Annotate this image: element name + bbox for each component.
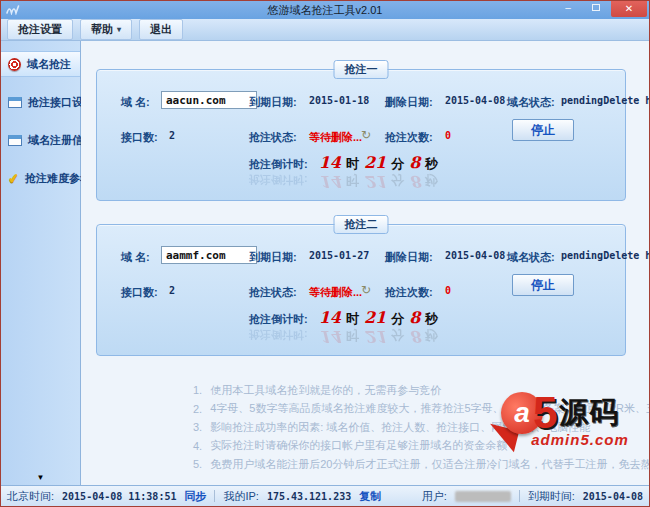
hand-pointer-icon: ✔ bbox=[7, 171, 20, 185]
sidebar: 域名抢注 抢注接口设置 域名注册信息 ✔ 抢注难度参考 ▼ bbox=[1, 41, 81, 485]
countdown-seconds: 8 bbox=[409, 308, 420, 327]
countdown-hours-unit: 时 bbox=[346, 310, 359, 328]
expiry-date-label: 到期日期: bbox=[249, 250, 297, 265]
copy-link[interactable]: 复制 bbox=[359, 489, 381, 504]
countdown-label: 抢注倒计时: bbox=[249, 157, 308, 172]
target-icon bbox=[8, 58, 21, 71]
beijing-time-value: 2015-04-08 11:38:51 bbox=[62, 491, 176, 502]
minimize-button[interactable]: – bbox=[555, 1, 581, 16]
panel-legend: 抢注一 bbox=[334, 60, 389, 79]
sync-link[interactable]: 同步 bbox=[184, 489, 206, 504]
menu-item-settings[interactable]: 抢注设置 bbox=[7, 19, 73, 40]
countdown-reflection: 抢注倒计时: 14 时 21 分 8 秒 bbox=[249, 171, 438, 191]
countdown-row: 抢注倒计时: 14 时 21 分 8 秒 bbox=[249, 308, 438, 328]
note-number: 4. bbox=[193, 440, 202, 452]
note-number: 5. bbox=[193, 458, 202, 470]
menu-item-help-label: 帮助 bbox=[91, 22, 113, 37]
countdown-seconds-unit: 秒 bbox=[425, 155, 438, 173]
sidebar-item-interface-settings[interactable]: 抢注接口设置 bbox=[1, 89, 80, 115]
countdown-hours: 14 bbox=[319, 308, 341, 327]
delete-date-label: 删除日期: bbox=[385, 95, 433, 110]
countdown-seconds-unit: 秒 bbox=[425, 310, 438, 328]
refresh-icon: ↻ bbox=[361, 283, 371, 297]
sidebar-item-domain-grab[interactable]: 域名抢注 bbox=[1, 51, 80, 77]
domain-label: 域 名: bbox=[121, 95, 150, 110]
window-title: 悠游域名抢注工具v2.01 bbox=[1, 3, 649, 18]
refresh-icon: ↻ bbox=[361, 128, 371, 142]
main-content: 抢注一 域 名: 到期日期: 2015-01-18 删除日期: 2015-04-… bbox=[81, 41, 649, 485]
delete-date-value: 2015-04-08 bbox=[445, 95, 505, 106]
attempt-count-label: 抢注次数: bbox=[385, 285, 433, 300]
note-number: 1. bbox=[193, 384, 202, 396]
domain-status-value: pendingDelete htt bbox=[561, 250, 649, 261]
sidebar-item-registration-info[interactable]: 域名注册信息 bbox=[1, 127, 80, 153]
grab-status-value: 等待删除... bbox=[309, 285, 362, 300]
countdown-hours: 14 bbox=[319, 153, 341, 172]
grab-status-label: 抢注状态: bbox=[249, 130, 297, 145]
domain-input[interactable] bbox=[161, 91, 257, 109]
window-controls: – ✕ bbox=[555, 1, 647, 17]
expiry-date-value: 2015-01-18 bbox=[309, 95, 369, 106]
statusbar-divider bbox=[519, 490, 520, 502]
countdown-minutes: 21 bbox=[364, 308, 386, 327]
expiry-date-label: 到期日期: bbox=[249, 95, 297, 110]
sidebar-item-label: 域名抢注 bbox=[27, 57, 71, 72]
user-value-redacted bbox=[455, 491, 511, 502]
a5-watermark-logo: a 5 源码 admin5.com bbox=[487, 391, 647, 475]
logo-5-mark: 5 bbox=[533, 391, 557, 435]
title-bar: 悠游域名抢注工具v2.01 – ✕ bbox=[1, 1, 649, 19]
interface-count-label: 接口数: bbox=[121, 130, 158, 145]
countdown-row: 抢注倒计时: 14 时 21 分 8 秒 bbox=[249, 153, 438, 173]
menu-bar: 抢注设置 帮助 ▾ 退出 bbox=[1, 19, 649, 41]
delete-date-label: 删除日期: bbox=[385, 250, 433, 265]
expire-time-value: 2015-04-08 bbox=[583, 491, 643, 502]
status-bar: 北京时间: 2015-04-08 11:38:51 同步 我的IP: 175.4… bbox=[1, 485, 649, 506]
sidebar-scroll-down-icon[interactable]: ▼ bbox=[37, 473, 45, 482]
window-panel-icon bbox=[8, 97, 22, 108]
window-panel-icon bbox=[8, 135, 22, 146]
expiry-date-value: 2015-01-27 bbox=[309, 250, 369, 261]
countdown-reflection: 抢注倒计时: 14 时 21 分 8 秒 bbox=[249, 326, 438, 346]
countdown-minutes-unit: 分 bbox=[391, 310, 404, 328]
countdown-seconds: 8 bbox=[409, 153, 420, 172]
stop-button[interactable]: 停止 bbox=[512, 274, 574, 296]
attempt-count-label: 抢注次数: bbox=[385, 130, 433, 145]
countdown-minutes: 21 bbox=[364, 153, 386, 172]
close-button[interactable]: ✕ bbox=[611, 1, 647, 17]
menu-item-exit[interactable]: 退出 bbox=[139, 19, 183, 40]
interface-count-value: 2 bbox=[169, 130, 175, 141]
maximize-button[interactable] bbox=[583, 1, 609, 16]
chevron-down-icon: ▾ bbox=[117, 25, 121, 34]
my-ip-value: 175.43.121.233 bbox=[267, 491, 351, 502]
grab-status-value: 等待删除... bbox=[309, 130, 362, 145]
logo-cn-text: 源码 bbox=[559, 393, 619, 433]
logo-row: a 5 源码 bbox=[487, 391, 647, 435]
expire-time-label: 到期时间: bbox=[528, 489, 575, 504]
countdown-minutes-unit: 分 bbox=[391, 155, 404, 173]
panel-legend: 抢注二 bbox=[334, 215, 389, 234]
grab-panel-1: 抢注一 域 名: 到期日期: 2015-01-18 删除日期: 2015-04-… bbox=[96, 69, 626, 201]
note-text: 使用本工具域名抢到就是你的，无需再参与竞价 bbox=[210, 383, 441, 398]
maximize-icon bbox=[592, 4, 600, 11]
sidebar-item-difficulty-reference[interactable]: ✔ 抢注难度参考 bbox=[1, 165, 80, 191]
note-number: 3. bbox=[193, 421, 202, 433]
countdown-hours-unit: 时 bbox=[346, 155, 359, 173]
attempt-count-value: 0 bbox=[445, 130, 451, 141]
my-ip-label: 我的IP: bbox=[223, 489, 258, 504]
grab-panel-2: 抢注二 域 名: 到期日期: 2015-01-27 删除日期: 2015-04-… bbox=[96, 224, 626, 356]
interface-count-label: 接口数: bbox=[121, 285, 158, 300]
domain-input[interactable] bbox=[161, 246, 257, 264]
interface-count-value: 2 bbox=[169, 285, 175, 296]
beijing-time-label: 北京时间: bbox=[7, 489, 54, 504]
menu-item-help[interactable]: 帮助 ▾ bbox=[80, 19, 132, 40]
stop-button[interactable]: 停止 bbox=[512, 119, 574, 141]
note-text: 实际抢注时请确保你的接口帐户里有足够注册域名的资金余额 bbox=[210, 438, 507, 453]
menu-item-settings-label: 抢注设置 bbox=[18, 22, 62, 37]
domain-status-value: pendingDelete htt bbox=[561, 95, 649, 106]
countdown-label: 抢注倒计时: bbox=[249, 312, 308, 327]
domain-label: 域 名: bbox=[121, 250, 150, 265]
attempt-count-value: 0 bbox=[445, 285, 451, 296]
domain-status-label: 域名状态: bbox=[507, 95, 555, 110]
note-number: 2. bbox=[193, 403, 202, 415]
delete-date-value: 2015-04-08 bbox=[445, 250, 505, 261]
